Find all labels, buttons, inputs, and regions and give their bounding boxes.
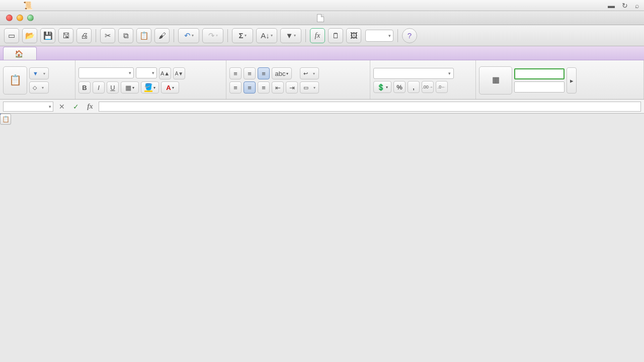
ribbon-tabs: 🏠: [0, 46, 644, 60]
minimize-window-button[interactable]: [17, 15, 23, 21]
sort-button[interactable]: A↓▾: [256, 28, 277, 43]
fill-button[interactable]: ▼▾: [29, 67, 49, 79]
print-button[interactable]: 🖨: [76, 28, 92, 43]
decrease-decimal-button[interactable]: .0←: [436, 81, 448, 93]
align-middle-button[interactable]: ≡: [244, 67, 256, 79]
show-formula-bar-button[interactable]: fx: [310, 28, 325, 43]
mac-menu-bar: 📜 ▬ ↻ ⌕: [0, 0, 644, 11]
formula-input[interactable]: [99, 102, 641, 112]
cancel-formula-button[interactable]: ✕: [56, 102, 67, 112]
name-box[interactable]: [3, 102, 53, 112]
comma-button[interactable]: ,: [408, 81, 420, 93]
help-button[interactable]: ?: [402, 28, 417, 43]
align-top-button[interactable]: ≡: [229, 67, 242, 79]
document-icon: [317, 14, 324, 22]
align-center-button[interactable]: ≡: [244, 81, 256, 94]
filter-button[interactable]: ▼▾: [280, 28, 301, 43]
zoom-select[interactable]: [365, 30, 393, 42]
media-browser-button[interactable]: 🖼: [346, 28, 361, 43]
currency-button[interactable]: 💲▾: [373, 81, 391, 93]
tab-data[interactable]: [147, 55, 170, 60]
new-workbook-button[interactable]: ▭: [4, 28, 19, 43]
time-machine-icon[interactable]: ↻: [622, 2, 628, 10]
cell-style-normal3[interactable]: [514, 81, 565, 93]
close-window-button[interactable]: [6, 15, 13, 21]
grow-font-button[interactable]: A▲: [159, 67, 171, 79]
spotlight-icon[interactable]: ⌕: [635, 2, 639, 10]
styles-more-button[interactable]: ▸: [567, 67, 577, 94]
merge-button[interactable]: ▭▾: [300, 81, 319, 94]
tab-tables[interactable]: [59, 55, 81, 60]
formula-bar: ✕ ✓ fx: [0, 100, 644, 114]
orientation-button[interactable]: abc▾: [272, 67, 292, 79]
number-format-select[interactable]: [373, 68, 454, 79]
ribbon: 📋 ▼▾ ◇▾ A▲ A▼ B I U ▦▾: [0, 60, 644, 100]
font-name-select[interactable]: [78, 67, 134, 78]
conditional-formatting-button[interactable]: ▦: [479, 66, 512, 95]
zoom-window-button[interactable]: [27, 15, 34, 21]
open-button[interactable]: 📂: [22, 28, 37, 43]
underline-button[interactable]: U: [107, 81, 119, 94]
font-size-select[interactable]: [136, 67, 157, 78]
increase-decimal-button[interactable]: .00→: [422, 81, 434, 93]
paste-button[interactable]: 📋: [136, 28, 151, 43]
enter-formula-button[interactable]: ✓: [70, 102, 82, 112]
tab-charts[interactable]: [81, 55, 103, 60]
toolbox-button[interactable]: 🗒: [328, 28, 343, 43]
fill-color-button[interactable]: 🪣▾: [141, 81, 159, 94]
percent-button[interactable]: %: [393, 81, 406, 93]
italic-button[interactable]: I: [93, 81, 105, 94]
script-menu-icon[interactable]: 📜: [23, 1, 33, 10]
copy-button[interactable]: ⧉: [118, 28, 133, 43]
font-color-button[interactable]: A▾: [161, 81, 179, 94]
cut-button[interactable]: ✂: [100, 28, 115, 43]
home-icon: 🏠: [15, 50, 23, 58]
autosum-button[interactable]: Σ▾: [232, 28, 253, 43]
standard-toolbar: ▭ 📂 💾 🖫 🖨 ✂ ⧉ 📋 🖌 ↶▾ ↷▾ Σ▾ A↓▾ ▼▾ fx 🗒 🖼…: [0, 25, 644, 46]
tab-layout[interactable]: [37, 55, 59, 60]
tab-smartart[interactable]: [103, 55, 125, 60]
undo-button[interactable]: ↶▾: [178, 28, 199, 43]
fx-icon[interactable]: fx: [85, 102, 96, 112]
paste-big-button[interactable]: 📋: [3, 66, 27, 95]
window-titlebar: [0, 11, 644, 25]
wrap-text-button[interactable]: ↩▾: [300, 67, 319, 79]
format-painter-button[interactable]: 🖌: [154, 28, 170, 43]
align-bottom-button[interactable]: ≡: [258, 67, 270, 79]
decrease-indent-button[interactable]: ⇤: [272, 81, 284, 94]
align-right-button[interactable]: ≡: [258, 81, 270, 94]
align-left-button[interactable]: ≡: [229, 81, 242, 94]
tab-review[interactable]: [170, 55, 192, 60]
increase-indent-button[interactable]: ⇥: [286, 81, 298, 94]
borders-button[interactable]: ▦▾: [121, 81, 139, 94]
save-button[interactable]: 💾: [40, 28, 55, 43]
shrink-font-button[interactable]: A▼: [173, 67, 185, 79]
cell-style-normal2[interactable]: [514, 68, 565, 79]
save-icon[interactable]: 🖫: [58, 28, 73, 43]
redo-button[interactable]: ↷▾: [202, 28, 223, 43]
status-icon: ▬: [608, 2, 615, 10]
clear-button[interactable]: ◇▾: [29, 81, 49, 94]
autofill-options-icon[interactable]: 📋: [0, 114, 11, 125]
bold-button[interactable]: B: [78, 81, 91, 94]
tab-home[interactable]: 🏠: [3, 47, 37, 60]
tab-formulas[interactable]: [125, 55, 147, 60]
